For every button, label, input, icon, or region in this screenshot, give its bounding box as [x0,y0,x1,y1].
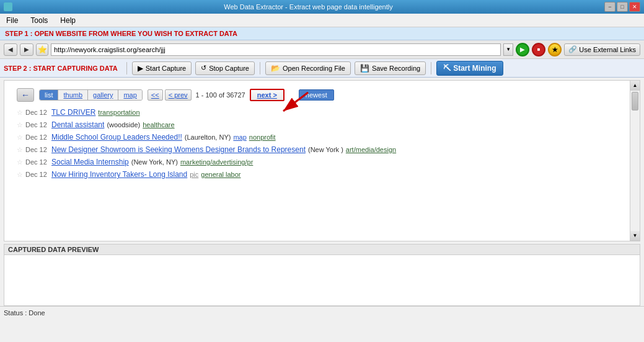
back-button[interactable]: ◀ [4,43,17,56]
listing-date: Dec 12 [25,158,49,166]
save-recording-icon: 💾 [360,64,369,73]
start-mining-button[interactable]: ⛏ Start Mining [436,61,503,76]
listing-category[interactable]: healthcare [143,121,174,128]
external-links-label: Use External Links [579,46,636,53]
listing-category[interactable]: nonprofit [249,133,276,141]
listing-item: ☆ Dec 12 TLC DRIVER transportation [17,108,617,117]
separator-2 [260,62,260,74]
external-links-button[interactable]: 🔗 Use External Links [564,43,640,56]
content-inner: ← list thumb gallery map << < prev 1 - 1… [4,81,630,241]
listing-location: (New York ) [308,146,343,153]
separator-3 [431,62,431,74]
listing-title[interactable]: Now Hiring Inventory Takers- Long Island [51,170,187,179]
favorites-button[interactable]: ⭐ [36,43,48,56]
stop-button[interactable]: ■ [532,43,545,56]
url-input[interactable] [51,43,501,56]
listing-title[interactable]: Social Media Internship [51,158,129,166]
menu-file[interactable]: File [4,15,20,26]
window-title: Web Data Extractor - Extract web page da… [12,3,604,11]
star-icon[interactable]: ☆ [17,146,23,154]
open-recording-label: Open Recording File [283,65,345,72]
preview-header: CAPTURED DATA PREVIEW [4,245,640,255]
forward-button[interactable]: ▶ [20,43,33,56]
step1-label: STEP 1 : OPEN WEBSITE FROM WHERE YOU WIS… [5,30,237,37]
star-icon[interactable]: ☆ [17,121,23,129]
listing-item: ☆ Dec 12 Now Hiring Inventory Takers- Lo… [17,170,617,179]
navigation-row: ← list thumb gallery map << < prev 1 - 1… [17,86,617,102]
listing-item: ☆ Dec 12 New Designer Showroom is Seekin… [17,145,617,154]
start-capture-label: Start Capture [146,65,186,72]
bookmark-button[interactable]: ★ [548,43,562,56]
listing-item: ☆ Dec 12 Middle School Group Leaders Nee… [17,133,617,142]
listing-category[interactable]: general labor [201,171,240,178]
listing-title[interactable]: Dental assistant [51,120,104,129]
stop-capture-button[interactable]: ↺ Stop Capture [195,61,255,75]
star-icon[interactable]: ☆ [17,171,23,179]
listing-date: Dec 12 [25,133,49,141]
menu-tools[interactable]: Tools [28,15,50,26]
step2-label: STEP 2 : START CAPTURING DATA [4,65,118,72]
start-mining-label: Start Mining [453,64,496,73]
start-mining-icon: ⛏ [443,64,451,73]
listing-date: Dec 12 [25,146,49,153]
external-links-icon: 🔗 [568,45,577,53]
back-arrow-button[interactable]: ← [17,88,34,102]
open-recording-icon: 📂 [271,64,280,73]
listing-item: ☆ Dec 12 Dental assistant (woodside) hea… [17,120,617,129]
open-recording-button[interactable]: 📂 Open Recording File [265,61,351,75]
next-page-button[interactable]: next > [250,89,285,101]
status-text: Status : Done [4,309,45,317]
listing-category[interactable]: art/media/design [346,146,396,153]
listing-location: (woodside) [107,121,140,128]
scroll-thumb[interactable] [632,92,638,110]
view-tab-gallery[interactable]: gallery [88,90,118,100]
newest-button[interactable]: newest [299,89,334,101]
listing-location: (New York, NY) [131,158,178,166]
title-bar-left [4,2,12,11]
preview-content [4,255,640,305]
separator-1 [126,62,127,74]
step1-bar: STEP 1 : OPEN WEBSITE FROM WHERE YOU WIS… [0,27,644,40]
minimize-button[interactable]: − [604,2,615,12]
scroll-down-button[interactable]: ▼ [630,231,640,241]
title-bar: Web Data Extractor - Extract web page da… [0,0,644,14]
scrollbar[interactable]: ▲ ▼ [630,81,640,241]
listing-map-link[interactable]: map [233,133,246,141]
save-recording-label: Save Recording [372,65,420,72]
scroll-track [630,112,640,231]
listing-pic-tag: pic [190,171,198,178]
view-tab-thumb[interactable]: thumb [58,90,88,100]
prev-page-button[interactable]: < prev [165,89,192,101]
app-icon [4,2,12,11]
first-page-button[interactable]: << [148,89,163,101]
listing-date: Dec 12 [25,109,49,116]
play-button[interactable]: ▶ [516,43,529,56]
maximize-button[interactable]: □ [617,2,628,12]
listing-title[interactable]: Middle School Group Leaders Needed!! [51,133,182,142]
url-dropdown-button[interactable]: ▼ [503,43,513,56]
save-recording-button[interactable]: 💾 Save Recording [355,61,426,75]
listing-category[interactable]: marketing/advertising/pr [180,158,253,166]
listing-title[interactable]: TLC DRIVER [51,108,95,117]
window-controls: − □ ✕ [604,2,640,12]
start-capture-button[interactable]: ▶ Start Capture [132,61,192,75]
listing-date: Dec 12 [25,171,49,178]
page-info: 1 - 100 of 36727 [193,91,248,99]
star-icon[interactable]: ☆ [17,109,23,117]
listing-date: Dec 12 [25,121,49,128]
listing-location: (Laurelton, NY) [185,133,231,141]
listing-item: ☆ Dec 12 Social Media Internship (New Yo… [17,158,617,166]
toolbar: STEP 2 : START CAPTURING DATA ▶ Start Ca… [0,59,644,78]
listing-category[interactable]: transportation [98,109,139,116]
stop-capture-label: Stop Capture [209,65,249,72]
menu-help[interactable]: Help [58,15,78,26]
star-icon[interactable]: ☆ [17,133,23,142]
menu-bar: File Tools Help [0,14,644,27]
scroll-up-button[interactable]: ▲ [630,81,640,91]
view-tab-map[interactable]: map [118,90,141,100]
star-icon[interactable]: ☆ [17,158,23,166]
close-button[interactable]: ✕ [629,2,640,12]
view-tab-list[interactable]: list [40,90,58,100]
preview-area: CAPTURED DATA PREVIEW [4,244,640,306]
listing-title[interactable]: New Designer Showroom is Seeking Womens … [51,145,306,154]
